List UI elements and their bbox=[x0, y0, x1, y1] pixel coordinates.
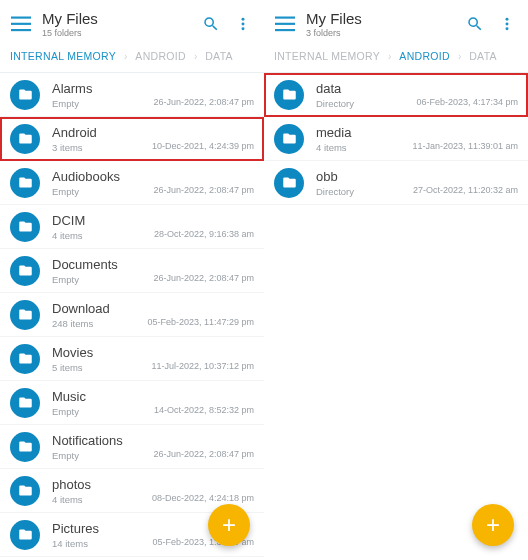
folder-sub: Empty bbox=[52, 450, 153, 461]
folder-date: 26-Jun-2022, 2:08:47 pm bbox=[153, 273, 254, 283]
folder-row[interactable]: obbDirectory27-Oct-2022, 11:20:32 am bbox=[264, 161, 528, 205]
svg-point-11 bbox=[506, 27, 509, 30]
folder-name: Music bbox=[52, 389, 154, 404]
chevron-right-icon: › bbox=[124, 51, 127, 62]
folder-date: 26-Jun-2022, 2:08:47 pm bbox=[153, 97, 254, 107]
more-vert-icon bbox=[499, 16, 515, 32]
chevron-right-icon: › bbox=[194, 51, 197, 62]
folder-icon bbox=[274, 124, 304, 154]
search-button[interactable] bbox=[200, 15, 222, 33]
folder-row[interactable]: AudiobooksEmpty26-Jun-2022, 2:08:47 pm bbox=[0, 161, 264, 205]
folder-row[interactable]: NotificationsEmpty26-Jun-2022, 2:08:47 p… bbox=[0, 425, 264, 469]
svg-point-3 bbox=[242, 18, 245, 21]
folder-date: 06-Feb-2023, 4:17:34 pm bbox=[416, 97, 518, 107]
folder-row[interactable]: dataDirectory06-Feb-2023, 4:17:34 pm bbox=[264, 73, 528, 117]
svg-rect-0 bbox=[11, 17, 31, 19]
search-icon bbox=[202, 15, 220, 33]
folder-name: Android bbox=[52, 125, 152, 140]
app-header: My Files 3 folders bbox=[264, 0, 528, 46]
folder-sub: Empty bbox=[52, 186, 153, 197]
svg-rect-8 bbox=[275, 29, 295, 31]
folder-sub: 4 items bbox=[52, 494, 152, 505]
more-vert-icon bbox=[235, 16, 251, 32]
folder-date: 27-Oct-2022, 11:20:32 am bbox=[413, 185, 518, 195]
svg-rect-7 bbox=[275, 23, 295, 25]
folder-row[interactable]: media4 items11-Jan-2023, 11:39:01 am bbox=[264, 117, 528, 161]
more-button[interactable] bbox=[232, 16, 254, 32]
folder-row[interactable]: MusicEmpty14-Oct-2022, 8:52:32 pm bbox=[0, 381, 264, 425]
breadcrumb-item[interactable]: ANDROID bbox=[399, 50, 450, 62]
page-subtitle: 15 folders bbox=[42, 28, 190, 38]
folder-name: Movies bbox=[52, 345, 151, 360]
search-icon bbox=[466, 15, 484, 33]
app-header: My Files 15 folders bbox=[0, 0, 264, 46]
page-subtitle: 3 folders bbox=[306, 28, 454, 38]
folder-icon bbox=[10, 80, 40, 110]
svg-point-10 bbox=[506, 23, 509, 26]
more-button[interactable] bbox=[496, 16, 518, 32]
folder-icon bbox=[10, 476, 40, 506]
folder-sub: 248 items bbox=[52, 318, 147, 329]
folder-icon bbox=[10, 300, 40, 330]
breadcrumb-item[interactable]: DATA bbox=[205, 50, 233, 62]
fab-add[interactable]: + bbox=[208, 504, 250, 546]
page-title: My Files bbox=[306, 10, 454, 27]
folder-name: data bbox=[316, 81, 416, 96]
folder-name: Alarms bbox=[52, 81, 153, 96]
folder-icon bbox=[10, 344, 40, 374]
folder-icon bbox=[10, 520, 40, 550]
folder-row[interactable]: Android3 items10-Dec-2021, 4:24:39 pm bbox=[0, 117, 264, 161]
folder-row[interactable]: AlarmsEmpty26-Jun-2022, 2:08:47 pm bbox=[0, 73, 264, 117]
folder-name: Pictures bbox=[52, 521, 152, 536]
folder-date: 14-Oct-2022, 8:52:32 pm bbox=[154, 405, 254, 415]
folder-name: Documents bbox=[52, 257, 153, 272]
page-title: My Files bbox=[42, 10, 190, 27]
breadcrumb-item[interactable]: INTERNAL MEMORY bbox=[10, 50, 116, 62]
folder-name: obb bbox=[316, 169, 413, 184]
folder-date: 26-Jun-2022, 2:08:47 pm bbox=[153, 185, 254, 195]
folder-icon bbox=[10, 432, 40, 462]
folder-row[interactable]: DocumentsEmpty26-Jun-2022, 2:08:47 pm bbox=[0, 249, 264, 293]
svg-rect-6 bbox=[275, 17, 295, 19]
breadcrumb-item[interactable]: ANDROID bbox=[135, 50, 186, 62]
folder-date: 08-Dec-2022, 4:24:18 pm bbox=[152, 493, 254, 503]
folder-date: 11-Jan-2023, 11:39:01 am bbox=[412, 141, 518, 151]
folder-sub: 5 items bbox=[52, 362, 151, 373]
fab-add[interactable]: + bbox=[472, 504, 514, 546]
folder-date: 26-Jun-2022, 2:08:47 pm bbox=[153, 449, 254, 459]
folder-icon bbox=[10, 388, 40, 418]
folder-icon bbox=[10, 168, 40, 198]
folder-name: media bbox=[316, 125, 412, 140]
folder-icon bbox=[10, 124, 40, 154]
breadcrumb: INTERNAL MEMORY›ANDROID›DATA bbox=[264, 46, 528, 73]
folder-sub: 4 items bbox=[316, 142, 412, 153]
screen-right: My Files 3 folders INTERNAL MEMORY›ANDRO… bbox=[264, 0, 528, 560]
svg-point-5 bbox=[242, 27, 245, 30]
chevron-right-icon: › bbox=[458, 51, 461, 62]
folder-icon bbox=[10, 212, 40, 242]
folder-date: 11-Jul-2022, 10:37:12 pm bbox=[151, 361, 254, 371]
folder-icon bbox=[10, 256, 40, 286]
folder-sub: Empty bbox=[52, 406, 154, 417]
folder-row[interactable]: DCIM4 items28-Oct-2022, 9:16:38 am bbox=[0, 205, 264, 249]
breadcrumb-item[interactable]: DATA bbox=[469, 50, 497, 62]
folder-sub: Directory bbox=[316, 98, 416, 109]
plus-icon: + bbox=[222, 513, 236, 537]
file-list[interactable]: dataDirectory06-Feb-2023, 4:17:34 pmmedi… bbox=[264, 73, 528, 560]
plus-icon: + bbox=[486, 513, 500, 537]
search-button[interactable] bbox=[464, 15, 486, 33]
folder-icon bbox=[274, 80, 304, 110]
folder-name: Notifications bbox=[52, 433, 153, 448]
svg-point-4 bbox=[242, 23, 245, 26]
folder-row[interactable]: Movies5 items11-Jul-2022, 10:37:12 pm bbox=[0, 337, 264, 381]
folder-sub: Directory bbox=[316, 186, 413, 197]
breadcrumb: INTERNAL MEMORY›ANDROID›DATA bbox=[0, 46, 264, 73]
breadcrumb-item[interactable]: INTERNAL MEMORY bbox=[274, 50, 380, 62]
menu-button[interactable] bbox=[10, 16, 32, 32]
menu-button[interactable] bbox=[274, 16, 296, 32]
folder-row[interactable]: Download248 items05-Feb-2023, 11:47:29 p… bbox=[0, 293, 264, 337]
folder-sub: 14 items bbox=[52, 538, 152, 549]
svg-point-9 bbox=[506, 18, 509, 21]
file-list[interactable]: AlarmsEmpty26-Jun-2022, 2:08:47 pmAndroi… bbox=[0, 73, 264, 560]
folder-icon bbox=[274, 168, 304, 198]
